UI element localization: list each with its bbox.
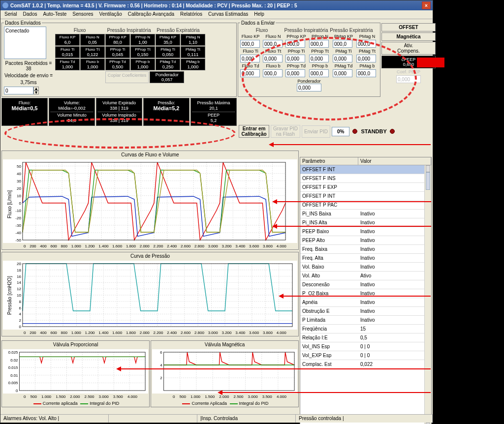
ext-bar-1 <box>417 58 444 67</box>
spinner-input[interactable] <box>4 87 33 94</box>
table-row[interactable]: PEEP BaixoInativo <box>300 227 431 236</box>
table-row[interactable]: Vol. BaixoInativo <box>300 263 431 272</box>
ylabel-fluxo: Fluxo [L/min] <box>7 190 12 218</box>
entrar-calibracao-button[interactable]: Entrar em Calibração <box>239 125 269 138</box>
menu-dados[interactable]: Dados <box>20 10 40 19</box>
coef-input[interactable] <box>309 69 329 77</box>
chart-valvm-canvas: 246 <box>152 349 297 394</box>
pond-value: 0,057 <box>151 77 183 82</box>
chart-valvp-canvas: 00.0050.010.0150.020.025 <box>3 349 148 394</box>
magnetica-button[interactable]: Magnética <box>381 32 436 41</box>
offset-button[interactable]: OFFSET <box>381 23 436 31</box>
coef-grid-enviados: Fluxo KP6,0Fluxo N0,05PProp KP80,0PProp … <box>55 34 234 70</box>
menu-relatorios[interactable]: Relatórios <box>177 10 205 19</box>
coef-label: PMag Tt <box>356 49 378 54</box>
pond2-input[interactable] <box>297 84 321 91</box>
table-row[interactable]: Freqüência15 <box>300 325 431 333</box>
menu-curvas[interactable]: Curvas Estimadas <box>205 10 251 19</box>
menu-ventilacao[interactable]: Ventilação <box>96 10 125 19</box>
coef-cell: Fluxo b1,000 <box>80 59 105 70</box>
table-row[interactable]: Relação I:E0,5 <box>300 333 431 342</box>
coef-input[interactable] <box>285 69 305 77</box>
table-row[interactable]: DesconexãoInativo <box>300 280 431 289</box>
table-row[interactable]: OFFSET P INT <box>300 192 431 201</box>
coef-cell: Fluxo Td1,000 <box>55 59 80 70</box>
table-row[interactable]: P LimitadaInativo <box>300 316 431 325</box>
coef-input[interactable] <box>240 40 260 48</box>
svg-text:16: 16 <box>17 274 21 279</box>
parameter-table[interactable]: Parâmetro Valor OFFSET F INTOFFSET F INS… <box>300 157 432 424</box>
table-row[interactable]: Vol. AltoAtivo <box>300 272 431 280</box>
coef-label: Fluxo Td <box>240 63 261 68</box>
pacotes-recebidos: Pacotes Recebidos = 38 <box>4 61 53 71</box>
coef-input[interactable] <box>240 55 260 62</box>
table-row[interactable]: Vol_EXP Esp0 | 0 <box>300 351 431 360</box>
table-row[interactable]: Freq. BaixaInativo <box>300 245 431 254</box>
coef-input[interactable] <box>309 55 329 62</box>
menu-calibracao[interactable]: Calibração Avançada <box>125 10 177 19</box>
coef-input[interactable] <box>240 69 260 77</box>
table-row[interactable]: Pi_INS BaixaInativo <box>300 210 431 218</box>
close-button[interactable]: × <box>422 1 431 9</box>
table-row[interactable]: Obstrução EInativo <box>300 307 431 316</box>
coef-input[interactable] <box>356 40 376 48</box>
svg-rect-109 <box>19 352 145 391</box>
table-row[interactable]: P_O2 BaixaInativo <box>300 289 431 298</box>
param-table-body: OFFSET F INTOFFSET F INSOFFSET F EXPOFFS… <box>300 165 431 369</box>
legend-dados-enviar: Dados a Enviar <box>240 20 276 26</box>
spinner-down[interactable]: ▾ <box>33 91 39 94</box>
coef-input[interactable] <box>263 40 283 48</box>
ativ-compens-button[interactable]: Ativ. Compens. <box>381 42 436 55</box>
table-row[interactable]: PEEP AltoInativo <box>300 236 431 245</box>
coef-input[interactable] <box>333 55 352 62</box>
coef-input[interactable] <box>263 69 283 77</box>
coef-input[interactable] <box>333 40 352 48</box>
svg-text:18: 18 <box>17 268 21 273</box>
coef-cell: PProp KP80,0 <box>105 34 130 46</box>
coef-input[interactable] <box>333 69 352 77</box>
svg-text:0: 0 <box>19 201 21 206</box>
coef-label: Fluxo KP <box>240 34 261 39</box>
svg-text:12: 12 <box>17 287 21 291</box>
coef-input[interactable] <box>263 55 283 62</box>
table-row[interactable]: Pi_INS AltaInativo <box>300 218 431 227</box>
svg-text:2: 2 <box>19 318 21 323</box>
coef-label: PProp Ti <box>285 49 307 54</box>
svg-text:0.005: 0.005 <box>8 381 18 385</box>
table-row[interactable]: OFFSET F INS <box>300 174 431 183</box>
progress-pct: 0% <box>332 127 349 136</box>
coef-input[interactable] <box>356 55 376 62</box>
menu-autoteste[interactable]: Auto-Teste <box>40 10 69 19</box>
coef-input[interactable] <box>285 55 305 62</box>
scroll-thumb[interactable] <box>426 172 430 190</box>
svg-text:4: 4 <box>19 312 21 316</box>
hdr2-pexp: Pressão Expiratória <box>329 27 374 34</box>
status-alarmes: Alarmes Ativos: Vol. Alto | <box>0 415 109 423</box>
menu-help[interactable]: Help <box>251 10 267 19</box>
led-2 <box>390 129 395 134</box>
menu-sensores[interactable]: Sensores <box>69 10 96 19</box>
coef-cell: PMag b1,000 <box>181 59 205 70</box>
svg-text:8: 8 <box>19 300 21 304</box>
coef-input[interactable] <box>285 40 305 48</box>
table-row[interactable]: OFFSET F EXP <box>300 183 431 192</box>
coef-label: PProp N <box>309 34 331 39</box>
coef-input[interactable] <box>309 40 329 48</box>
velocidade-envio-lbl: Velocidade de envio = <box>4 73 53 78</box>
table-row[interactable]: Freq. AltaInativo <box>300 254 431 263</box>
coef-peep-label: Coef. PEEP <box>381 69 436 74</box>
copiar-coeficientes-button[interactable]: Copiar Coeficientes <box>105 71 149 83</box>
table-row[interactable]: ApnéiaInativo <box>300 298 431 307</box>
chart-valvp-title: Válvula Proporcional <box>2 341 149 348</box>
svg-text:4: 4 <box>160 363 162 367</box>
svg-text:0.025: 0.025 <box>8 350 18 355</box>
menu-serial[interactable]: Serial <box>1 10 20 19</box>
table-row[interactable]: OFFSET F INT <box>300 165 431 174</box>
coef-input[interactable] <box>356 69 376 77</box>
table-row[interactable]: OFFSET P PAC <box>300 201 431 210</box>
table-row[interactable]: Vol_INS Esp0 | 0 <box>300 342 431 351</box>
table-row[interactable]: Complac. Est0,022 <box>300 360 431 369</box>
enviar-pid-button: Enviar PID <box>302 125 330 138</box>
group-dados-enviar: Dados a Enviar Fluxo Pressão Inspiratóri… <box>238 20 380 97</box>
scrollbar[interactable] <box>424 165 431 424</box>
